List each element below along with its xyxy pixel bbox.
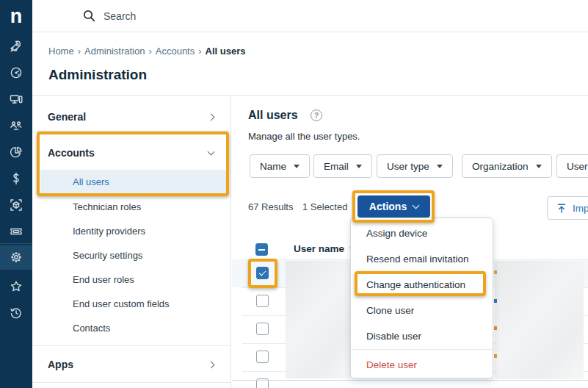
actions-button[interactable]: Actions [357,195,430,218]
pie-chart-icon[interactable] [0,141,32,163]
nav-item-end-user-custom-fields[interactable]: End user custom fields [32,292,231,316]
filter-label: User type [387,161,429,172]
filter-user-role[interactable]: User role [556,154,588,178]
menu-item-delete-user[interactable]: Delete user [351,352,493,378]
devices-icon[interactable] [0,88,32,110]
row-checkbox-4[interactable] [256,351,269,363]
nav-divider [32,382,231,383]
menu-item-resend-email-invitation[interactable]: Resend email invitation [351,246,493,272]
nav-divider [32,131,231,132]
breadcrumb-link-accounts[interactable]: Accounts [156,46,195,57]
breadcrumb-link-administration[interactable]: Administration [84,46,145,57]
chevron-right-icon [208,113,215,121]
menu-item-clone-user[interactable]: Clone user [351,298,493,323]
import-button[interactable]: Import [547,196,588,220]
top-search-bar: Search [32,0,588,32]
selected-count: 1 Selected [302,201,347,212]
import-label: Import [573,203,588,214]
breadcrumb-current: All users [206,46,246,57]
app-sidebar: n [0,0,32,388]
filter-name[interactable]: Name [250,154,310,178]
dashboard-gauge-icon[interactable] [0,62,32,84]
menu-item-change-authentication[interactable]: Change authentication [351,272,493,298]
filter-user-type[interactable]: User type [377,154,453,178]
nav-divider [32,345,231,346]
row-checkbox-2[interactable] [256,295,269,307]
breadcrumb: Home›Administration›Accounts›All users [48,46,246,57]
redacted-icon-fragment [494,326,497,330]
check-mark [259,268,266,276]
redacted-user-names [286,261,350,378]
nav-item-contacts[interactable]: Contacts [32,316,231,340]
nav-section-accounts[interactable]: Accounts [32,137,231,168]
redacted-user-details [495,261,584,379]
star-favorites-icon[interactable] [0,276,32,298]
nav-section-apps[interactable]: Apps [32,349,231,380]
table-bottom-border [232,380,588,381]
settings-nav-panel: General Accounts All users Technician ro… [32,96,231,388]
nav-section-label: Apps [48,359,73,370]
section-subtitle: Manage all the user types. [248,131,360,142]
nav-item-security-settings[interactable]: Security settings [32,243,231,267]
indeterminate-mark [258,249,265,251]
nav-item-end-user-roles[interactable]: End user roles [32,267,231,292]
app-logo[interactable]: n [0,0,32,32]
breadcrumb-link-home[interactable]: Home [48,46,74,57]
filter-organization[interactable]: Organization [462,154,552,178]
caret-down-icon [294,165,300,168]
nav-section-general[interactable]: General [32,101,231,132]
ticket-icon[interactable] [0,220,32,242]
chevron-down-icon [208,148,215,156]
column-label: User name [294,243,344,254]
breadcrumb-separator: › [78,46,81,57]
caret-down-icon [356,165,362,168]
chevron-right-icon [208,361,215,368]
redacted-icon-fragment [494,354,497,358]
breadcrumb-separator: › [148,46,151,57]
column-header-user-name[interactable]: User name↑ [294,243,353,254]
filter-label: Email [324,161,349,172]
import-icon [556,202,567,215]
menu-divider [351,349,493,350]
filter-label: Name [260,161,286,172]
row-checkbox-1-checked[interactable] [256,267,269,279]
breadcrumb-separator: › [198,46,201,57]
filter-label: User role [567,161,588,172]
nav-item-identity-providers[interactable]: Identity providers [32,219,231,243]
search-icon[interactable] [82,9,96,26]
users-group-icon[interactable] [0,115,32,137]
nav-item-all-users[interactable]: All users [40,170,226,194]
caret-down-icon [536,165,542,168]
menu-item-assign-device[interactable]: Assign device [351,220,493,246]
redacted-icon-fragment [494,299,497,303]
search-input[interactable]: Search [104,10,136,22]
gear-settings-icon[interactable] [0,246,32,268]
select-all-checkbox[interactable] [255,243,268,256]
filter-email[interactable]: Email [313,154,372,178]
actions-label: Actions [369,201,407,212]
caret-down-icon [437,165,443,168]
history-clock-icon[interactable] [0,302,32,324]
menu-item-disable-user[interactable]: Disable user [351,323,493,349]
nav-section-label: General [48,111,86,123]
package-cube-icon[interactable] [0,194,32,216]
filter-label: Organization [472,161,529,172]
nav-section-label: Accounts [48,147,95,159]
redacted-icon-fragment [494,270,497,274]
results-count: 67 Results [248,201,293,212]
rocket-icon[interactable] [0,35,32,57]
section-title: All users [248,109,298,122]
row-checkbox-3[interactable] [256,323,269,335]
dollar-billing-icon[interactable] [0,168,32,190]
actions-dropdown-menu: Assign device Resend email invitation Ch… [350,218,493,378]
page-title: Administration [48,67,147,83]
help-icon[interactable]: ? [311,109,322,121]
sidebar-divider [0,243,32,244]
nav-item-technician-roles[interactable]: Technician roles [32,195,231,219]
chevron-down-icon [413,201,420,209]
